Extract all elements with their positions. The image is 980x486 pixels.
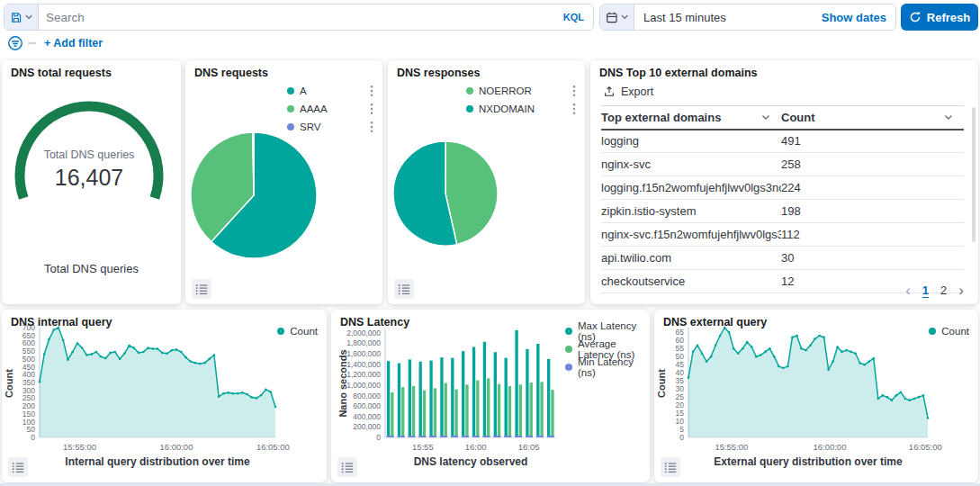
kql-button[interactable]: KQL	[554, 12, 593, 22]
svg-text:15:55:00: 15:55:00	[715, 442, 748, 452]
cell-count: 112	[781, 228, 964, 241]
search-input[interactable]	[39, 11, 554, 24]
export-label: Export	[621, 86, 653, 98]
list-icon	[397, 282, 411, 296]
column-header-label: Top external domains	[601, 111, 721, 124]
chart-legend: AAAAASRV	[287, 82, 373, 136]
table-row[interactable]: logging.f15n2womfujehfjlwv0lgs3nog....22…	[601, 176, 964, 200]
list-icon	[663, 460, 678, 474]
pagination: ‹12›	[905, 283, 964, 298]
export-button[interactable]: Export	[603, 86, 653, 98]
legend-item-A[interactable]: A	[287, 82, 373, 100]
column-header-domains[interactable]: Top external domains	[601, 111, 781, 124]
refresh-icon	[909, 11, 922, 23]
pagination-prev-button[interactable]: ‹	[905, 283, 911, 298]
legend-toggle-button[interactable]	[661, 457, 680, 477]
legend-toggle-button[interactable]	[337, 457, 357, 477]
column-header-count[interactable]: Count	[781, 111, 964, 124]
legend-menu-icon[interactable]	[370, 85, 373, 97]
svg-text:200: 200	[22, 401, 35, 410]
chevron-down-icon	[621, 14, 628, 20]
legend-color-dot	[565, 364, 572, 371]
svg-text:40: 40	[676, 368, 685, 377]
legend-menu-icon[interactable]	[572, 103, 576, 115]
table-row[interactable]: nginx-svc.f15n2womfujehfjlwv0lgs3no...11…	[601, 223, 964, 247]
legend-item-NXDOMAIN[interactable]: NXDOMAIN	[466, 100, 576, 118]
legend-menu-icon[interactable]	[572, 85, 576, 97]
saved-query-menu-button[interactable]	[4, 4, 39, 30]
panel-dns-requests: DNS requests AAAAASRV	[185, 60, 382, 304]
cell-domain: zipkin.istio-system	[601, 204, 781, 218]
legend-item-NOERROR[interactable]: NOERROR	[466, 82, 576, 100]
save-icon	[10, 11, 22, 24]
svg-text:Total DNS queries: Total DNS queries	[44, 148, 135, 161]
legend-toggle-button[interactable]	[8, 457, 28, 477]
legend-label: NXDOMAIN	[479, 104, 535, 114]
legend-item-Count[interactable]: Count	[277, 322, 318, 340]
table-row[interactable]: zipkin.istio-system198	[601, 200, 964, 223]
table-row[interactable]: logging491	[601, 130, 964, 153]
legend-item-SRV[interactable]: SRV	[287, 118, 373, 136]
show-dates-button[interactable]: Show dates	[822, 11, 895, 24]
svg-text:1,400,000: 1,400,000	[346, 360, 381, 369]
legend-label: SRV	[300, 122, 320, 132]
legend-label: NOERROR	[479, 86, 532, 96]
pagination-page-2[interactable]: 2	[940, 284, 947, 297]
svg-text:450: 450	[22, 363, 35, 372]
cell-domain: nginx-svc	[601, 158, 781, 171]
svg-text:700: 700	[22, 323, 35, 332]
svg-text:30: 30	[676, 384, 685, 393]
svg-text:250: 250	[22, 393, 35, 402]
pagination-page-1[interactable]: 1	[922, 284, 929, 297]
legend-item-Count[interactable]: Count	[929, 322, 969, 340]
legend-toggle-button[interactable]	[192, 279, 211, 299]
legend-color-dot	[929, 328, 936, 335]
panel-dns-external-query: DNS external query Count 051015202530354…	[654, 310, 978, 482]
table-scrollbar[interactable]	[972, 107, 976, 242]
svg-text:45: 45	[676, 360, 685, 369]
filter-divider	[28, 42, 36, 44]
legend-label: AAAA	[300, 104, 328, 114]
svg-text:15: 15	[676, 409, 685, 418]
chart-legend: Max Latency (ns)Average Latency (ns)Min …	[565, 322, 650, 376]
cell-count: 30	[781, 251, 964, 265]
svg-text:350: 350	[22, 378, 35, 387]
legend-color-dot	[287, 87, 294, 94]
gauge-bottom-label: Total DNS queries	[2, 262, 181, 275]
legend-item-Min-Latency-ns-[interactable]: Min Latency (ns)	[565, 358, 650, 376]
legend-item-Max-Latency-ns-[interactable]: Max Latency (ns)	[565, 322, 650, 340]
legend-toggle-button[interactable]	[394, 279, 414, 299]
legend-color-dot	[466, 105, 473, 112]
table-row[interactable]: nginx-svc258	[601, 153, 964, 176]
query-bar: KQL	[4, 4, 594, 31]
svg-text:65: 65	[676, 328, 685, 337]
list-icon	[11, 460, 25, 474]
svg-text:16:05:00: 16:05:00	[256, 442, 290, 452]
legend-menu-icon[interactable]	[370, 103, 373, 115]
table-row[interactable]: api.twilio.com30	[601, 247, 964, 270]
x-axis-title: DNS latency observed	[385, 455, 556, 468]
legend-label: Count	[290, 326, 318, 337]
svg-text:550: 550	[22, 346, 35, 356]
svg-text:150: 150	[22, 410, 35, 418]
svg-text:0: 0	[31, 433, 35, 442]
refresh-button[interactable]: Refresh	[901, 4, 978, 31]
chart-legend: NOERRORNXDOMAIN	[466, 82, 576, 118]
svg-text:2,000,000: 2,000,000	[346, 328, 381, 338]
legend-item-AAAA[interactable]: AAAA	[287, 100, 373, 118]
calendar-button[interactable]	[600, 4, 634, 30]
chart-legend: Count	[929, 322, 969, 340]
legend-menu-icon[interactable]	[370, 121, 373, 133]
add-filter-button[interactable]: + Add filter	[44, 37, 103, 50]
table-header: Top external domains Count	[601, 105, 964, 130]
time-range-value[interactable]: Last 15 minutes	[634, 11, 726, 24]
filters-icon[interactable]	[7, 35, 23, 51]
legend-item-Average-Latency-ns-[interactable]: Average Latency (ns)	[565, 340, 650, 358]
svg-text:600,000: 600,000	[353, 401, 381, 410]
x-axis-title: External query distribution over time	[688, 455, 928, 468]
pagination-next-button[interactable]: ›	[958, 283, 964, 298]
svg-text:16:00:00: 16:00:00	[813, 442, 846, 452]
svg-text:400: 400	[22, 370, 35, 379]
list-icon	[340, 460, 355, 474]
panel-title: DNS Top 10 external domains	[599, 67, 758, 79]
